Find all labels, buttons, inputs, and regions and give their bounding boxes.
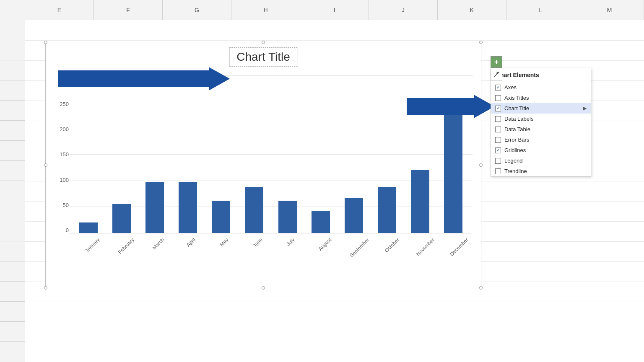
x-label-october: October xyxy=(372,237,402,243)
x-label-july: July xyxy=(273,237,302,243)
chart-title[interactable]: Chart Title xyxy=(229,47,297,67)
bar-february xyxy=(112,204,131,233)
handle-mr[interactable] xyxy=(479,163,483,167)
panel-item-label: Axis Titles xyxy=(504,95,587,101)
y-axis-labels: 300 250 200 150 100 50 0 xyxy=(50,76,69,233)
panel-items: AxesAxis TitlesChart Title▶Data LabelsDa… xyxy=(491,82,591,176)
col-header-j: J xyxy=(369,0,438,20)
col-header-l: L xyxy=(506,0,575,20)
header-spacer xyxy=(0,0,25,20)
bar-march xyxy=(145,182,164,233)
x-label-august: August xyxy=(306,237,335,243)
x-label-april: April xyxy=(173,237,203,243)
arrow-to-panel xyxy=(402,90,499,123)
handle-tl[interactable] xyxy=(44,41,47,44)
panel-item-label: Gridlines xyxy=(504,147,587,153)
col-header-m: M xyxy=(575,0,644,20)
x-label-january: January xyxy=(73,237,103,243)
chart-format-button[interactable] xyxy=(491,69,502,80)
panel-item-label: Data Labels xyxy=(504,116,587,122)
chart-elements-button[interactable]: + xyxy=(491,56,502,68)
col-header-e: E xyxy=(25,0,94,20)
panel-header: Chart Elements xyxy=(491,68,591,82)
grid-body: Chart Title 300 250 200 150 100 50 0 Jan… xyxy=(0,20,644,362)
handle-ml[interactable] xyxy=(44,163,47,167)
bar-group-june xyxy=(239,76,269,233)
bar-may xyxy=(212,201,230,233)
checkbox-axes[interactable] xyxy=(495,85,501,90)
checkbox-gridlines[interactable] xyxy=(495,147,501,153)
plus-icon: + xyxy=(494,58,499,66)
x-axis-labels: JanuaryFebruaryMarchAprilMayJuneJulyAugu… xyxy=(69,233,473,284)
brush-icon xyxy=(493,71,500,78)
handle-bc[interactable] xyxy=(262,286,265,290)
handle-tr[interactable] xyxy=(479,41,483,44)
x-label-september: September xyxy=(339,237,369,243)
col-header-k: K xyxy=(438,0,506,20)
checkbox-error-bars[interactable] xyxy=(495,137,501,143)
x-label-december: December xyxy=(439,237,468,243)
bar-group-february xyxy=(106,76,136,233)
handle-bl[interactable] xyxy=(44,286,47,290)
bar-january xyxy=(79,222,98,233)
x-label-february: February xyxy=(106,237,136,243)
checkbox-chart-title[interactable] xyxy=(495,106,501,111)
bar-group-july xyxy=(273,76,302,233)
checkbox-axis-titles[interactable] xyxy=(495,95,501,101)
x-label-november: November xyxy=(405,237,435,243)
x-label-march: March xyxy=(140,237,169,243)
panel-item-label: Chart Title xyxy=(504,105,583,111)
row-numbers xyxy=(0,20,25,362)
bar-july xyxy=(278,201,297,233)
panel-item-label: Axes xyxy=(504,84,587,90)
bar-group-october xyxy=(372,76,402,233)
col-header-g: G xyxy=(163,0,231,20)
panel-item-chart-title[interactable]: Chart Title▶ xyxy=(491,103,591,114)
bar-august xyxy=(312,211,330,233)
bar-october xyxy=(378,187,396,233)
panel-item-gridlines[interactable]: Gridlines xyxy=(491,145,591,155)
arrow-to-chart-title xyxy=(54,62,230,96)
handle-tc[interactable] xyxy=(262,41,265,44)
panel-item-error-bars[interactable]: Error Bars xyxy=(491,134,591,145)
checkbox-data-table[interactable] xyxy=(495,127,501,132)
col-header-f: F xyxy=(94,0,163,20)
col-header-i: I xyxy=(300,0,369,20)
checkbox-trendline[interactable] xyxy=(495,168,501,174)
col-header-h: H xyxy=(231,0,300,20)
panel-item-axes[interactable]: Axes xyxy=(491,82,591,93)
panel-item-label: Trendline xyxy=(504,168,587,174)
panel-item-data-labels[interactable]: Data Labels xyxy=(491,114,591,124)
x-label-june: June xyxy=(239,237,269,243)
panel-item-label: Legend xyxy=(504,158,587,164)
svg-marker-1 xyxy=(209,67,230,90)
bar-group-january xyxy=(73,76,103,233)
panel-item-trendline[interactable]: Trendline xyxy=(491,166,591,176)
bar-september xyxy=(345,198,363,233)
checkbox-legend[interactable] xyxy=(495,158,501,164)
bar-group-may xyxy=(206,76,236,233)
chart-elements-panel: Chart Elements AxesAxis TitlesChart Titl… xyxy=(491,68,591,177)
panel-item-axis-titles[interactable]: Axis Titles xyxy=(491,93,591,103)
bar-group-march xyxy=(140,76,169,233)
bar-april xyxy=(179,182,197,233)
handle-br[interactable] xyxy=(479,286,483,290)
column-headers: E F G H I J K L M xyxy=(0,0,644,20)
panel-item-legend[interactable]: Legend xyxy=(491,155,591,166)
submenu-arrow-icon: ▶ xyxy=(583,106,587,111)
grid-cells[interactable]: Chart Title 300 250 200 150 100 50 0 Jan… xyxy=(25,20,644,362)
bar-group-august xyxy=(306,76,335,233)
bar-june xyxy=(245,187,263,233)
x-label-may: May xyxy=(206,237,236,243)
bar-november xyxy=(411,170,429,233)
panel-item-label: Data Table xyxy=(504,126,587,132)
bar-group-april xyxy=(173,76,203,233)
panel-item-data-table[interactable]: Data Table xyxy=(491,124,591,134)
checkbox-data-labels[interactable] xyxy=(495,116,501,122)
panel-item-label: Error Bars xyxy=(504,137,587,143)
spreadsheet: E F G H I J K L M xyxy=(0,0,644,362)
bar-group-september xyxy=(339,76,369,233)
